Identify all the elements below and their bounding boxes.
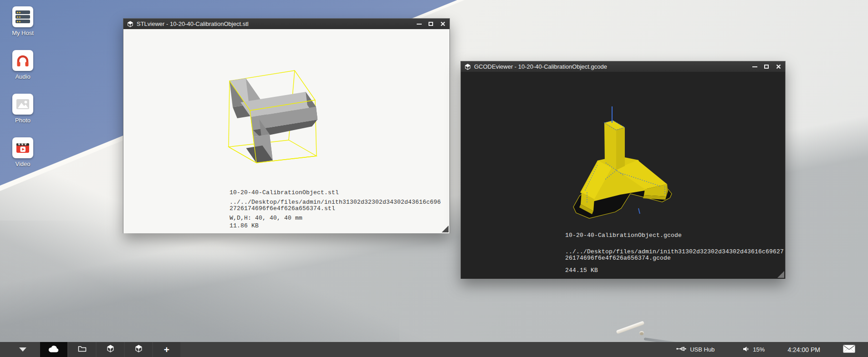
stlviewer-titlebar[interactable]: STLviewer - 10-20-40-CalibrationObject.s… [123, 19, 449, 29]
audio-icon [12, 50, 33, 71]
gcode-filesize: 244.15 KB [565, 267, 784, 274]
taskbar-folder-button[interactable] [68, 342, 96, 357]
volume-status[interactable]: 15% [743, 346, 765, 353]
taskbar-add-button[interactable]: + [153, 342, 180, 357]
stl-path-line1: ../../Desktop/files/admin/inith31302d323… [230, 199, 441, 206]
gcode-path-line1: ../../Desktop/files/admin/inith31302d323… [565, 249, 784, 255]
desktop-icon-my-host[interactable]: My Host [4, 6, 42, 36]
wall-peg-tip [639, 331, 644, 335]
plus-icon: + [164, 345, 169, 354]
gcodeviewer-window: GCODEviewer - 10-20-40-CalibrationObject… [460, 61, 786, 279]
gcode-path-line2: 26174696f6e4f626a656374.gcode [565, 255, 784, 261]
volume-label: 15% [753, 346, 765, 353]
stl-filename: 10-20-40-CalibrationObject.stl [230, 190, 441, 196]
taskbar-stlviewer-button[interactable] [97, 342, 124, 357]
gcode-file-info: 10-20-40-CalibrationObject.gcode ../../D… [565, 232, 784, 274]
close-icon[interactable] [439, 21, 446, 27]
stl-object [230, 78, 317, 163]
stl-path-line2: 2726174696f6e4f626a656374.stl [230, 206, 441, 212]
window-title: STLviewer - 10-20-40-CalibrationObject.s… [137, 20, 249, 27]
stlviewer-window: STLviewer - 10-20-40-CalibrationObject.s… [123, 18, 450, 233]
desktop-icon-column: My Host Audio Photo [4, 6, 42, 181]
stl-dimensions: W,D,H: 40, 40, 40 mm [230, 215, 441, 221]
maximize-icon[interactable] [428, 21, 434, 27]
cube-app-icon [127, 21, 133, 27]
cloud-icon [48, 345, 60, 355]
cube-icon [135, 345, 143, 354]
taskbar-cloud-button[interactable] [40, 342, 67, 357]
video-icon [12, 137, 33, 158]
usb-icon [676, 346, 687, 353]
speaker-icon [743, 346, 750, 353]
cube-icon [107, 345, 114, 354]
envelope-icon [843, 345, 855, 354]
taskbar-gcodeviewer-button[interactable] [125, 342, 152, 357]
desktop-icon-video[interactable]: Video [4, 137, 42, 167]
photo-icon [12, 94, 33, 115]
clock[interactable]: 4:24:00 PM [787, 346, 820, 353]
resize-grip[interactable] [442, 226, 449, 232]
wall-shadow-streak [0, 221, 399, 342]
cube-app-icon [465, 64, 471, 70]
window-title: GCODEviewer - 10-20-40-CalibrationObject… [474, 63, 607, 70]
desktop-icon-photo[interactable]: Photo [4, 94, 42, 124]
close-icon[interactable] [775, 64, 781, 70]
stl-filesize: 11.86 KB [230, 223, 441, 229]
desktop-icon-audio[interactable]: Audio [4, 50, 42, 80]
maximize-icon[interactable] [763, 64, 770, 70]
folder-icon [78, 345, 87, 354]
resize-grip[interactable] [777, 271, 784, 278]
chevron-down-icon[interactable] [19, 347, 26, 352]
gcode-filename: 10-20-40-CalibrationObject.gcode [565, 232, 784, 239]
desktop-icon-label: My Host [12, 30, 34, 36]
host-icon [12, 6, 33, 27]
minimize-icon[interactable] [751, 64, 758, 70]
usb-label: USB Hub [690, 346, 715, 353]
usb-status[interactable]: USB Hub [676, 346, 715, 353]
desktop-icon-label: Photo [15, 117, 31, 124]
stl-file-info: 10-20-40-CalibrationObject.stl ../../Des… [230, 190, 441, 229]
taskbar-status-area: USB Hub 15% 4:24:00 PM [676, 342, 868, 357]
desktop-icon-label: Video [15, 161, 30, 167]
clock-label: 4:24:00 PM [787, 346, 820, 353]
desktop-icon-label: Audio [15, 73, 30, 80]
taskbar: + USB Hub [0, 342, 868, 357]
minimize-icon[interactable] [416, 21, 422, 27]
gcodeviewer-titlebar[interactable]: GCODEviewer - 10-20-40-CalibrationObject… [461, 61, 785, 72]
mail-status[interactable] [843, 345, 855, 354]
taskbar-app-buttons: + [40, 342, 180, 357]
